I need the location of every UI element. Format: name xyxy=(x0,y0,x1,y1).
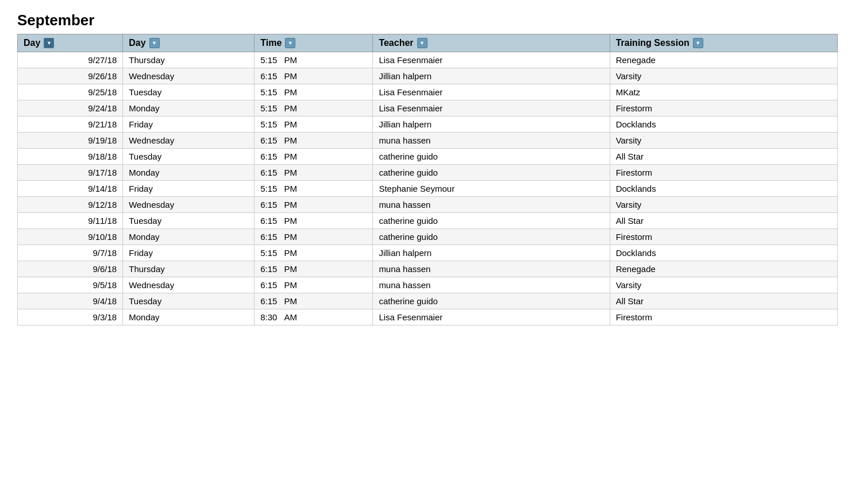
filter-date-icon: ▼ xyxy=(47,40,52,46)
cell-day-15: Tuesday xyxy=(123,293,255,309)
table-row: 9/7/18 Friday 5:15 PM Jillian halpern Do… xyxy=(18,245,838,261)
cell-ampm-12: PM xyxy=(284,248,297,258)
cell-time-value-13: 6:15 xyxy=(260,264,277,274)
cell-teacher-2: Lisa Fesenmaier xyxy=(373,84,610,100)
cell-time-value-11: 6:15 xyxy=(260,232,277,242)
cell-ampm-15: PM xyxy=(284,296,297,306)
cell-date-6: 9/18/18 xyxy=(18,149,123,165)
cell-time-14: 6:15 PM xyxy=(255,277,373,293)
cell-date-13: 9/6/18 xyxy=(18,261,123,277)
cell-day-10: Tuesday xyxy=(123,213,255,229)
filter-day-icon: ▼ xyxy=(152,40,157,46)
cell-teacher-3: Lisa Fesenmaier xyxy=(373,100,610,117)
cell-time-9: 6:15 PM xyxy=(255,197,373,213)
filter-session-button[interactable]: ▼ xyxy=(693,38,703,48)
cell-session-7: Firestorm xyxy=(610,165,837,181)
cell-time-value-10: 6:15 xyxy=(260,216,277,226)
cell-day-6: Tuesday xyxy=(123,149,255,165)
cell-date-10: 9/11/18 xyxy=(18,213,123,229)
cell-teacher-7: catherine guido xyxy=(373,165,610,181)
cell-time-value-3: 5:15 xyxy=(260,103,277,113)
cell-day-8: Friday xyxy=(123,181,255,197)
table-container: Day ▼ Day ▼ Time xyxy=(17,34,838,325)
cell-session-0: Renegade xyxy=(610,52,837,68)
cell-day-1: Wednesday xyxy=(123,68,255,84)
table-row: 9/5/18 Wednesday 6:15 PM muna hassen Var… xyxy=(18,277,838,293)
cell-teacher-13: muna hassen xyxy=(373,261,610,277)
cell-day-4: Friday xyxy=(123,117,255,133)
cell-date-8: 9/14/18 xyxy=(18,181,123,197)
cell-teacher-15: catherine guido xyxy=(373,293,610,309)
cell-time-6: 6:15 PM xyxy=(255,149,373,165)
cell-session-9: Varsity xyxy=(610,197,837,213)
filter-teacher-button[interactable]: ▼ xyxy=(417,38,428,48)
cell-teacher-1: Jillian halpern xyxy=(373,68,610,84)
cell-session-3: Firestorm xyxy=(610,100,837,117)
cell-ampm-10: PM xyxy=(284,216,297,226)
header-session-label: Training Session xyxy=(616,38,690,48)
cell-session-11: Firestorm xyxy=(610,229,837,245)
cell-ampm-4: PM xyxy=(284,119,297,129)
table-body: 9/27/18 Thursday 5:15 PM Lisa Fesenmaier… xyxy=(18,52,838,325)
cell-ampm-7: PM xyxy=(284,168,297,177)
table-row: 9/17/18 Monday 6:15 PM catherine guido F… xyxy=(18,165,838,181)
header-teacher: Teacher ▼ xyxy=(373,34,610,52)
cell-time-value-15: 6:15 xyxy=(260,296,277,306)
table-row: 9/11/18 Tuesday 6:15 PM catherine guido … xyxy=(18,213,838,229)
table-row: 9/25/18 Tuesday 5:15 PM Lisa Fesenmaier … xyxy=(18,84,838,100)
cell-date-14: 9/5/18 xyxy=(18,277,123,293)
header-time-label: Time xyxy=(260,38,282,48)
cell-day-9: Wednesday xyxy=(123,197,255,213)
cell-time-value-16: 8:30 xyxy=(260,312,277,322)
data-table: Day ▼ Day ▼ Time xyxy=(17,34,838,325)
cell-ampm-2: PM xyxy=(284,87,297,97)
header-session: Training Session ▼ xyxy=(610,34,837,52)
cell-time-15: 6:15 PM xyxy=(255,293,373,309)
cell-time-2: 5:15 PM xyxy=(255,84,373,100)
cell-session-5: Varsity xyxy=(610,133,837,149)
cell-time-value-7: 6:15 xyxy=(260,168,277,177)
table-row: 9/3/18 Monday 8:30 AM Lisa Fesenmaier Fi… xyxy=(18,309,838,325)
header-teacher-label: Teacher xyxy=(379,38,413,48)
cell-time-7: 6:15 PM xyxy=(255,165,373,181)
table-row: 9/12/18 Wednesday 6:15 PM muna hassen Va… xyxy=(18,197,838,213)
cell-ampm-6: PM xyxy=(284,152,297,161)
cell-ampm-16: AM xyxy=(284,312,297,322)
cell-day-14: Wednesday xyxy=(123,277,255,293)
header-day: Day ▼ xyxy=(123,34,255,52)
filter-teacher-icon: ▼ xyxy=(419,40,425,46)
table-row: 9/26/18 Wednesday 6:15 PM Jillian halper… xyxy=(18,68,838,84)
filter-time-icon: ▼ xyxy=(288,40,293,46)
cell-date-16: 9/3/18 xyxy=(18,309,123,325)
cell-teacher-6: catherine guido xyxy=(373,149,610,165)
table-row: 9/6/18 Thursday 6:15 PM muna hassen Rene… xyxy=(18,261,838,277)
cell-ampm-3: PM xyxy=(284,103,297,113)
table-row: 9/4/18 Tuesday 6:15 PM catherine guido A… xyxy=(18,293,838,309)
table-row: 9/14/18 Friday 5:15 PM Stephanie Seymour… xyxy=(18,181,838,197)
cell-time-value-4: 5:15 xyxy=(260,119,277,129)
filter-day-button[interactable]: ▼ xyxy=(149,38,160,48)
cell-session-15: All Star xyxy=(610,293,837,309)
cell-ampm-13: PM xyxy=(284,264,297,274)
header-time: Time ▼ xyxy=(255,34,373,52)
cell-time-13: 6:15 PM xyxy=(255,261,373,277)
cell-session-6: All Star xyxy=(610,149,837,165)
cell-day-0: Thursday xyxy=(123,52,255,68)
filter-time-button[interactable]: ▼ xyxy=(285,38,295,48)
cell-teacher-0: Lisa Fesenmaier xyxy=(373,52,610,68)
table-row: 9/27/18 Thursday 5:15 PM Lisa Fesenmaier… xyxy=(18,52,838,68)
cell-time-value-1: 6:15 xyxy=(260,71,277,81)
cell-session-4: Docklands xyxy=(610,117,837,133)
cell-time-11: 6:15 PM xyxy=(255,229,373,245)
cell-day-11: Monday xyxy=(123,229,255,245)
cell-time-value-6: 6:15 xyxy=(260,152,277,161)
cell-session-8: Docklands xyxy=(610,181,837,197)
cell-day-7: Monday xyxy=(123,165,255,181)
cell-day-13: Thursday xyxy=(123,261,255,277)
cell-date-0: 9/27/18 xyxy=(18,52,123,68)
cell-date-7: 9/17/18 xyxy=(18,165,123,181)
filter-date-button[interactable]: ▼ xyxy=(44,38,54,48)
cell-time-4: 5:15 PM xyxy=(255,117,373,133)
cell-time-3: 5:15 PM xyxy=(255,100,373,117)
cell-day-5: Wednesday xyxy=(123,133,255,149)
